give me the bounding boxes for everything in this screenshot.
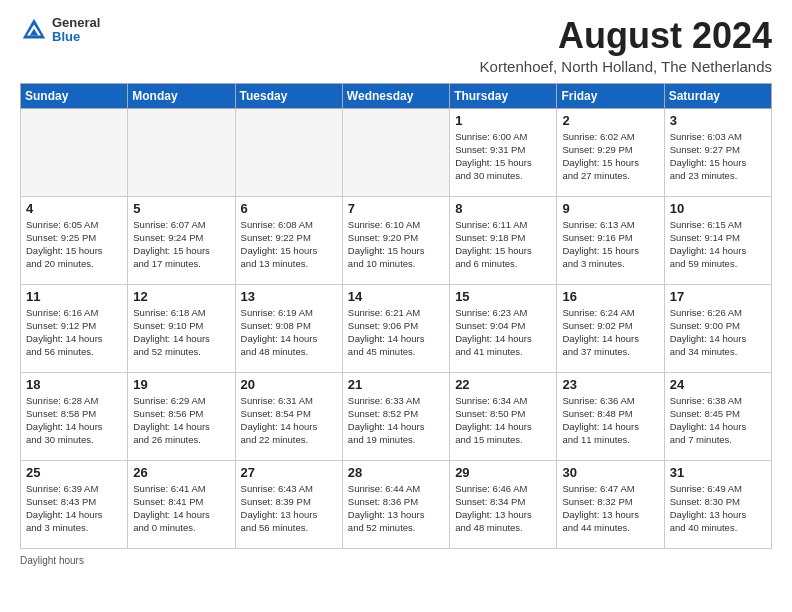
calendar-cell: 17Sunrise: 6:26 AM Sunset: 9:00 PM Dayli… [664, 284, 771, 372]
calendar-cell: 11Sunrise: 6:16 AM Sunset: 9:12 PM Dayli… [21, 284, 128, 372]
day-number: 13 [241, 289, 337, 304]
calendar-cell: 10Sunrise: 6:15 AM Sunset: 9:14 PM Dayli… [664, 196, 771, 284]
day-info: Sunrise: 6:07 AM Sunset: 9:24 PM Dayligh… [133, 218, 229, 271]
day-info: Sunrise: 6:18 AM Sunset: 9:10 PM Dayligh… [133, 306, 229, 359]
calendar-cell: 5Sunrise: 6:07 AM Sunset: 9:24 PM Daylig… [128, 196, 235, 284]
day-info: Sunrise: 6:46 AM Sunset: 8:34 PM Dayligh… [455, 482, 551, 535]
day-number: 10 [670, 201, 766, 216]
calendar-cell [128, 108, 235, 196]
title-area: August 2024 Kortenhoef, North Holland, T… [480, 16, 772, 75]
day-info: Sunrise: 6:28 AM Sunset: 8:58 PM Dayligh… [26, 394, 122, 447]
calendar-cell: 27Sunrise: 6:43 AM Sunset: 8:39 PM Dayli… [235, 460, 342, 548]
calendar-cell: 21Sunrise: 6:33 AM Sunset: 8:52 PM Dayli… [342, 372, 449, 460]
day-info: Sunrise: 6:34 AM Sunset: 8:50 PM Dayligh… [455, 394, 551, 447]
day-number: 22 [455, 377, 551, 392]
day-number: 6 [241, 201, 337, 216]
calendar-cell: 3Sunrise: 6:03 AM Sunset: 9:27 PM Daylig… [664, 108, 771, 196]
day-info: Sunrise: 6:02 AM Sunset: 9:29 PM Dayligh… [562, 130, 658, 183]
calendar-cell: 29Sunrise: 6:46 AM Sunset: 8:34 PM Dayli… [450, 460, 557, 548]
logo-general: General [52, 16, 100, 30]
day-info: Sunrise: 6:16 AM Sunset: 9:12 PM Dayligh… [26, 306, 122, 359]
calendar-header-saturday: Saturday [664, 83, 771, 108]
calendar-header-wednesday: Wednesday [342, 83, 449, 108]
day-number: 12 [133, 289, 229, 304]
day-number: 25 [26, 465, 122, 480]
day-info: Sunrise: 6:00 AM Sunset: 9:31 PM Dayligh… [455, 130, 551, 183]
day-info: Sunrise: 6:38 AM Sunset: 8:45 PM Dayligh… [670, 394, 766, 447]
day-number: 5 [133, 201, 229, 216]
day-number: 14 [348, 289, 444, 304]
calendar-cell: 23Sunrise: 6:36 AM Sunset: 8:48 PM Dayli… [557, 372, 664, 460]
day-info: Sunrise: 6:36 AM Sunset: 8:48 PM Dayligh… [562, 394, 658, 447]
logo-blue: Blue [52, 30, 100, 44]
day-info: Sunrise: 6:26 AM Sunset: 9:00 PM Dayligh… [670, 306, 766, 359]
day-number: 7 [348, 201, 444, 216]
day-info: Sunrise: 6:31 AM Sunset: 8:54 PM Dayligh… [241, 394, 337, 447]
location-title: Kortenhoef, North Holland, The Netherlan… [480, 58, 772, 75]
day-info: Sunrise: 6:15 AM Sunset: 9:14 PM Dayligh… [670, 218, 766, 271]
calendar-header-tuesday: Tuesday [235, 83, 342, 108]
calendar-cell: 2Sunrise: 6:02 AM Sunset: 9:29 PM Daylig… [557, 108, 664, 196]
day-number: 28 [348, 465, 444, 480]
week-row-2: 4Sunrise: 6:05 AM Sunset: 9:25 PM Daylig… [21, 196, 772, 284]
day-info: Sunrise: 6:47 AM Sunset: 8:32 PM Dayligh… [562, 482, 658, 535]
calendar-cell: 12Sunrise: 6:18 AM Sunset: 9:10 PM Dayli… [128, 284, 235, 372]
calendar-cell: 26Sunrise: 6:41 AM Sunset: 8:41 PM Dayli… [128, 460, 235, 548]
calendar-header-monday: Monday [128, 83, 235, 108]
calendar-cell: 22Sunrise: 6:34 AM Sunset: 8:50 PM Dayli… [450, 372, 557, 460]
calendar-cell: 31Sunrise: 6:49 AM Sunset: 8:30 PM Dayli… [664, 460, 771, 548]
day-number: 16 [562, 289, 658, 304]
logo-text: General Blue [52, 16, 100, 45]
day-info: Sunrise: 6:11 AM Sunset: 9:18 PM Dayligh… [455, 218, 551, 271]
calendar-cell [342, 108, 449, 196]
day-number: 15 [455, 289, 551, 304]
day-info: Sunrise: 6:33 AM Sunset: 8:52 PM Dayligh… [348, 394, 444, 447]
calendar-cell: 24Sunrise: 6:38 AM Sunset: 8:45 PM Dayli… [664, 372, 771, 460]
day-info: Sunrise: 6:41 AM Sunset: 8:41 PM Dayligh… [133, 482, 229, 535]
header: General Blue August 2024 Kortenhoef, Nor… [20, 16, 772, 75]
footer-note: Daylight hours [20, 555, 772, 566]
day-number: 29 [455, 465, 551, 480]
week-row-3: 11Sunrise: 6:16 AM Sunset: 9:12 PM Dayli… [21, 284, 772, 372]
page: General Blue August 2024 Kortenhoef, Nor… [0, 0, 792, 576]
day-number: 27 [241, 465, 337, 480]
day-info: Sunrise: 6:24 AM Sunset: 9:02 PM Dayligh… [562, 306, 658, 359]
day-number: 21 [348, 377, 444, 392]
day-number: 3 [670, 113, 766, 128]
calendar-cell: 8Sunrise: 6:11 AM Sunset: 9:18 PM Daylig… [450, 196, 557, 284]
logo-icon [20, 16, 48, 44]
calendar-cell: 25Sunrise: 6:39 AM Sunset: 8:43 PM Dayli… [21, 460, 128, 548]
day-number: 20 [241, 377, 337, 392]
day-number: 4 [26, 201, 122, 216]
calendar-cell: 1Sunrise: 6:00 AM Sunset: 9:31 PM Daylig… [450, 108, 557, 196]
calendar-cell: 30Sunrise: 6:47 AM Sunset: 8:32 PM Dayli… [557, 460, 664, 548]
calendar-cell: 9Sunrise: 6:13 AM Sunset: 9:16 PM Daylig… [557, 196, 664, 284]
month-title: August 2024 [480, 16, 772, 56]
day-number: 31 [670, 465, 766, 480]
calendar-cell: 14Sunrise: 6:21 AM Sunset: 9:06 PM Dayli… [342, 284, 449, 372]
calendar-cell [235, 108, 342, 196]
day-info: Sunrise: 6:23 AM Sunset: 9:04 PM Dayligh… [455, 306, 551, 359]
day-info: Sunrise: 6:19 AM Sunset: 9:08 PM Dayligh… [241, 306, 337, 359]
week-row-5: 25Sunrise: 6:39 AM Sunset: 8:43 PM Dayli… [21, 460, 772, 548]
calendar-cell: 13Sunrise: 6:19 AM Sunset: 9:08 PM Dayli… [235, 284, 342, 372]
calendar-cell: 7Sunrise: 6:10 AM Sunset: 9:20 PM Daylig… [342, 196, 449, 284]
day-number: 1 [455, 113, 551, 128]
week-row-1: 1Sunrise: 6:00 AM Sunset: 9:31 PM Daylig… [21, 108, 772, 196]
calendar-cell: 19Sunrise: 6:29 AM Sunset: 8:56 PM Dayli… [128, 372, 235, 460]
day-number: 30 [562, 465, 658, 480]
calendar-header-sunday: Sunday [21, 83, 128, 108]
day-number: 2 [562, 113, 658, 128]
day-number: 8 [455, 201, 551, 216]
day-number: 18 [26, 377, 122, 392]
day-number: 9 [562, 201, 658, 216]
day-info: Sunrise: 6:05 AM Sunset: 9:25 PM Dayligh… [26, 218, 122, 271]
day-info: Sunrise: 6:49 AM Sunset: 8:30 PM Dayligh… [670, 482, 766, 535]
calendar-header-friday: Friday [557, 83, 664, 108]
calendar-cell: 28Sunrise: 6:44 AM Sunset: 8:36 PM Dayli… [342, 460, 449, 548]
calendar-cell: 16Sunrise: 6:24 AM Sunset: 9:02 PM Dayli… [557, 284, 664, 372]
day-info: Sunrise: 6:08 AM Sunset: 9:22 PM Dayligh… [241, 218, 337, 271]
day-number: 17 [670, 289, 766, 304]
daylight-hours-label: Daylight hours [20, 555, 84, 566]
calendar-cell: 20Sunrise: 6:31 AM Sunset: 8:54 PM Dayli… [235, 372, 342, 460]
